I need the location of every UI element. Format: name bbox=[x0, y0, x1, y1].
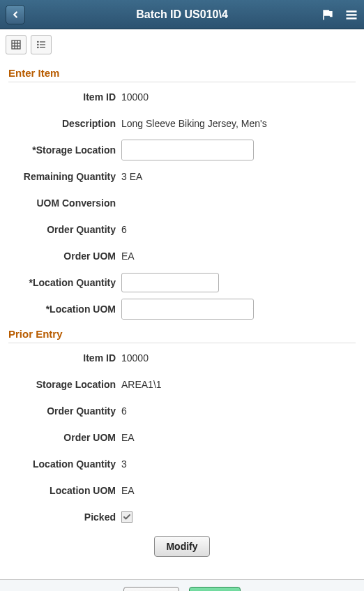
prior-order-uom-value: EA bbox=[121, 432, 135, 443]
app-header: Batch ID US010\4 bbox=[0, 0, 364, 29]
prior-location-uom-label: Location UOM bbox=[8, 485, 121, 496]
add-button[interactable]: Add bbox=[189, 587, 240, 591]
item-id-value: 10000 bbox=[121, 91, 149, 103]
storage-location-label: *Storage Location bbox=[8, 144, 121, 156]
section-prior-entry-title: Prior Entry bbox=[8, 324, 356, 343]
svg-rect-0 bbox=[347, 10, 357, 13]
uom-conversion-label: UOM Conversion bbox=[8, 197, 121, 209]
footer-actions: Cancel Add bbox=[0, 579, 364, 591]
prior-order-qty-label: Order Quantity bbox=[8, 405, 121, 417]
prior-location-qty-label: Location Quantity bbox=[8, 458, 121, 470]
view-toolbar bbox=[0, 29, 364, 57]
picked-label: Picked bbox=[8, 511, 121, 523]
order-uom-label: Order UOM bbox=[8, 250, 121, 262]
svg-rect-9 bbox=[40, 41, 45, 42]
svg-rect-13 bbox=[40, 47, 45, 47]
location-uom-input[interactable] bbox=[122, 299, 252, 319]
description-label: Description bbox=[8, 118, 121, 129]
prior-order-uom-label: Order UOM bbox=[8, 432, 121, 443]
location-qty-input[interactable] bbox=[121, 273, 219, 292]
remaining-qty-label: Remaining Quantity bbox=[8, 171, 121, 182]
svg-point-12 bbox=[37, 47, 39, 49]
svg-rect-11 bbox=[40, 44, 45, 45]
storage-location-field bbox=[121, 140, 254, 160]
prior-storage-location-label: Storage Location bbox=[8, 379, 121, 390]
description-value: Long Sleeve Biking Jersey, Men's bbox=[121, 118, 267, 129]
prior-item-id-label: Item ID bbox=[8, 352, 121, 364]
picked-checkbox bbox=[121, 511, 132, 523]
grid-view-button[interactable] bbox=[6, 35, 26, 54]
prior-storage-location-value: AREA1\1 bbox=[121, 379, 162, 390]
cancel-button[interactable]: Cancel bbox=[123, 587, 179, 591]
location-uom-label: *Location UOM bbox=[8, 304, 121, 315]
storage-location-lookup-button[interactable] bbox=[252, 140, 254, 160]
svg-rect-3 bbox=[12, 40, 20, 49]
order-qty-label: Order Quantity bbox=[8, 224, 121, 235]
svg-point-10 bbox=[37, 44, 39, 46]
prior-location-qty-value: 3 bbox=[121, 458, 127, 470]
prior-item-id-value: 10000 bbox=[121, 352, 149, 364]
list-view-button[interactable] bbox=[31, 35, 52, 54]
svg-point-8 bbox=[37, 41, 39, 43]
prior-location-uom-value: EA bbox=[121, 485, 135, 496]
svg-rect-1 bbox=[347, 14, 357, 16]
back-button[interactable] bbox=[6, 5, 25, 24]
location-uom-lookup-button[interactable] bbox=[252, 299, 254, 319]
location-uom-field bbox=[121, 299, 254, 320]
order-qty-value: 6 bbox=[121, 224, 127, 235]
modify-button[interactable]: Modify bbox=[154, 536, 209, 557]
prior-order-qty-value: 6 bbox=[121, 405, 127, 417]
item-id-label: Item ID bbox=[8, 91, 121, 103]
page-title: Batch ID US010\4 bbox=[136, 8, 228, 21]
storage-location-input[interactable] bbox=[122, 140, 252, 160]
svg-rect-2 bbox=[347, 17, 357, 19]
flag-icon[interactable] bbox=[321, 8, 335, 22]
remaining-qty-value: 3 EA bbox=[121, 171, 142, 182]
location-qty-label: *Location Quantity bbox=[8, 277, 121, 288]
menu-icon[interactable] bbox=[344, 8, 358, 22]
section-enter-item-title: Enter Item bbox=[8, 63, 356, 82]
order-uom-value: EA bbox=[121, 250, 135, 262]
